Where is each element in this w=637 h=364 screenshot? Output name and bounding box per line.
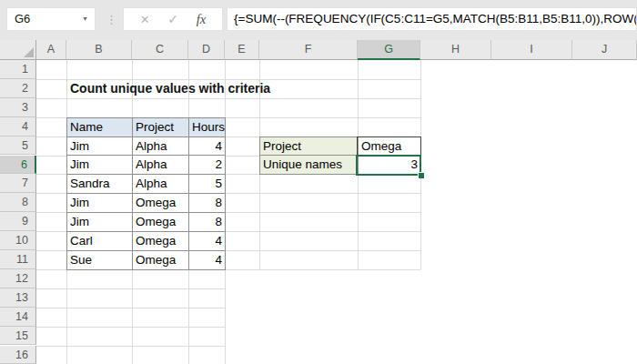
cell-F5[interactable]: Project: [260, 137, 359, 157]
row-header-11[interactable]: 11: [0, 250, 36, 269]
table-row: SandraAlpha5: [67, 175, 226, 194]
cell-C10[interactable]: Omega: [133, 232, 189, 251]
cell-B10[interactable]: Carl: [67, 232, 133, 251]
table-row: ProjectOmega: [260, 137, 421, 157]
select-all-triangle-icon: [24, 47, 34, 57]
row-header-7[interactable]: 7: [0, 174, 36, 193]
enter-icon[interactable]: ✓: [167, 12, 178, 26]
formula-input[interactable]: {=SUM(--(FREQUENCY(IF(C5:C11=G5,MATCH(B5…: [227, 7, 637, 31]
cell-C11[interactable]: Omega: [133, 251, 189, 270]
column-header-G[interactable]: G: [358, 40, 420, 60]
cell-D8[interactable]: 8: [189, 194, 226, 213]
row-header-6[interactable]: 6: [0, 156, 36, 175]
cell-C6[interactable]: Alpha: [133, 156, 189, 175]
cell-F6[interactable]: Unique names: [260, 156, 359, 175]
row-header-12[interactable]: 12: [0, 269, 36, 288]
cell-C7[interactable]: Alpha: [133, 175, 189, 194]
cell-G5[interactable]: Omega: [359, 137, 421, 157]
table-row: JimOmega8: [67, 194, 226, 213]
formula-bar: G6 ▼ ⋮ ✕ ✓ fx {=SUM(--(FREQUENCY(IF(C5:C…: [0, 0, 637, 40]
column-header-D[interactable]: D: [188, 40, 225, 60]
row-header-5[interactable]: 5: [0, 136, 36, 156]
row-header-9[interactable]: 9: [0, 212, 36, 231]
cell-D7[interactable]: 5: [189, 175, 226, 194]
row-header-16[interactable]: 16: [0, 346, 36, 364]
main-table: NameProjectHoursJimAlpha4JimAlpha2Sandra…: [66, 117, 226, 270]
column-header-H[interactable]: H: [420, 40, 491, 60]
cell-D6[interactable]: 2: [189, 156, 226, 175]
column-header-F[interactable]: F: [259, 40, 358, 60]
gridline: [36, 288, 225, 289]
gridline: [36, 346, 225, 347]
table-header-row: NameProjectHours: [67, 118, 226, 137]
chevron-down-icon[interactable]: ▼: [82, 15, 88, 22]
cell-D5[interactable]: 4: [189, 137, 226, 157]
cell-C5[interactable]: Alpha: [133, 137, 189, 157]
table-row: CarlOmega4: [67, 232, 226, 251]
cell-B2-title[interactable]: Count unique values with criteria: [70, 79, 270, 98]
cancel-icon[interactable]: ✕: [140, 13, 150, 26]
cell-D4[interactable]: Hours: [189, 118, 226, 137]
table-row: SueOmega4: [67, 251, 226, 270]
column-header-A[interactable]: A: [36, 40, 66, 60]
row-header-4[interactable]: 4: [0, 117, 36, 136]
row-header-2[interactable]: 2: [0, 79, 36, 98]
insert-function-icon[interactable]: fx: [197, 12, 206, 27]
formula-buttons: ✕ ✓ fx: [123, 7, 223, 31]
table-row: JimAlpha4: [67, 137, 226, 157]
gridline: [36, 327, 225, 328]
column-header-J[interactable]: J: [572, 40, 637, 60]
cell-C8[interactable]: Omega: [133, 194, 189, 213]
name-box[interactable]: G6 ▼: [6, 7, 96, 31]
name-box-value: G6: [15, 8, 30, 30]
cell-C4[interactable]: Project: [133, 118, 189, 137]
row-header-13[interactable]: 13: [0, 288, 36, 308]
cell-B9[interactable]: Jim: [67, 213, 133, 232]
select-all-button[interactable]: [0, 40, 36, 60]
row-header-1[interactable]: 1: [0, 60, 36, 79]
cell-B11[interactable]: Sue: [67, 251, 133, 270]
row-header-8[interactable]: 8: [0, 193, 36, 212]
row-header-14[interactable]: 14: [0, 308, 36, 327]
column-header-I[interactable]: I: [491, 40, 572, 60]
table-row: Unique names3: [260, 156, 421, 175]
cell-C9[interactable]: Omega: [133, 213, 189, 232]
grip-dots-icon: ⋮: [106, 13, 117, 26]
row-header-3[interactable]: 3: [0, 98, 36, 117]
row-header-15[interactable]: 15: [0, 327, 36, 346]
cell-D11[interactable]: 4: [189, 251, 226, 270]
cell-B5[interactable]: Jim: [67, 137, 133, 157]
cell-D10[interactable]: 4: [189, 232, 226, 251]
cell-B7[interactable]: Sandra: [67, 175, 133, 194]
spreadsheet-grid: ABCDEFGHIJ12345678910111213141516Count u…: [0, 40, 637, 364]
table-row: JimAlpha2: [67, 156, 226, 175]
column-header-B[interactable]: B: [66, 40, 132, 60]
column-header-E[interactable]: E: [225, 40, 259, 60]
row-header-10[interactable]: 10: [0, 231, 36, 250]
cell-B6[interactable]: Jim: [67, 156, 133, 175]
cell-G6[interactable]: 3: [359, 156, 421, 175]
excel-window: G6 ▼ ⋮ ✕ ✓ fx {=SUM(--(FREQUENCY(IF(C5:C…: [0, 0, 637, 364]
table-row: JimOmega8: [67, 213, 226, 232]
fill-handle[interactable]: [418, 172, 424, 178]
cell-D9[interactable]: 8: [189, 213, 226, 232]
cell-B4[interactable]: Name: [67, 118, 133, 137]
cell-B8[interactable]: Jim: [67, 194, 133, 213]
gridline: [36, 98, 420, 99]
criteria-table: ProjectOmegaUnique names3: [259, 136, 421, 176]
gridline: [36, 308, 225, 308]
column-header-C[interactable]: C: [132, 40, 188, 60]
